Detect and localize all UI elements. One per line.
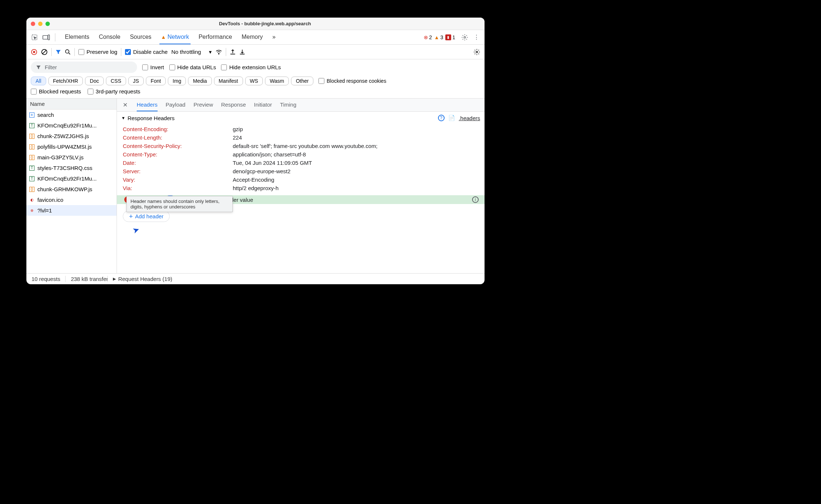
request-list-item[interactable]: ◐favicon.ico xyxy=(26,194,117,205)
blocked-cookies-checkbox[interactable]: Blocked response cookies xyxy=(319,78,386,84)
download-icon[interactable] xyxy=(239,49,245,55)
request-headers-section[interactable]: ▶Request Headers (19) xyxy=(108,276,177,282)
tab-preview[interactable]: Preview xyxy=(194,99,213,111)
third-party-requests-checkbox[interactable]: 3rd-party requests xyxy=(88,88,140,94)
window-close-button[interactable] xyxy=(31,22,35,26)
svg-rect-5 xyxy=(33,51,35,53)
clear-icon[interactable] xyxy=(41,49,48,55)
response-headers-section[interactable]: ▼ Response Headers ? 📄 .headers xyxy=(117,112,485,124)
warning-icon: ▲ xyxy=(434,34,439,40)
wifi-icon[interactable] xyxy=(216,49,222,55)
request-list-item[interactable]: {}chunk-Z5WZJGHS.js xyxy=(26,131,117,141)
disable-cache-checkbox[interactable]: Disable cache xyxy=(125,49,167,55)
filter-toggle-icon[interactable] xyxy=(55,49,61,55)
titlebar: DevTools - bubble-jingle.web.app/search xyxy=(26,18,485,30)
filter-input[interactable]: Filter xyxy=(31,62,137,73)
tab-console[interactable]: Console xyxy=(97,30,122,44)
chip-manifest[interactable]: Manifest xyxy=(214,77,243,85)
request-list-item[interactable]: {}polyfills-UPW4ZMSI.js xyxy=(26,141,117,152)
warning-count: 3 xyxy=(440,34,443,40)
chip-wasm[interactable]: Wasm xyxy=(265,77,289,85)
record-icon[interactable] xyxy=(31,49,37,55)
chip-font[interactable]: Font xyxy=(146,77,166,85)
name-column-header[interactable]: Name xyxy=(26,99,117,110)
file-type-icon: ◐ xyxy=(29,197,34,203)
tab-more[interactable]: » xyxy=(271,30,277,44)
header-name: Date: xyxy=(123,160,233,166)
chip-css[interactable]: CSS xyxy=(106,77,126,85)
request-list-item[interactable]: {}main-G3PZY5LV.js xyxy=(26,152,117,163)
header-row: Vary:Accept-Encoding xyxy=(123,175,485,184)
tab-response[interactable]: Response xyxy=(221,99,246,111)
headers-source-link[interactable]: .headers xyxy=(459,115,480,121)
svg-point-3 xyxy=(464,36,466,38)
kebab-menu-icon[interactable]: ⋮ xyxy=(471,32,482,42)
add-header-button[interactable]: +Add header xyxy=(123,211,170,222)
device-toggle-icon[interactable] xyxy=(41,32,51,42)
settings-icon[interactable] xyxy=(460,32,470,42)
header-value: default-src 'self'; frame-src youtube.co… xyxy=(233,143,378,149)
chip-media[interactable]: Media xyxy=(188,77,211,85)
detail-tabs: ✕ Headers Payload Preview Response Initi… xyxy=(117,99,485,112)
invert-checkbox[interactable]: Invert xyxy=(142,64,164,70)
window-title: DevTools - bubble-jingle.web.app/search xyxy=(50,21,480,26)
header-name: Via: xyxy=(123,185,233,191)
throttling-select[interactable]: No throttling▾ xyxy=(171,49,212,55)
hide-data-urls-checkbox[interactable]: Hide data URLs xyxy=(169,64,216,70)
tab-sources[interactable]: Sources xyxy=(128,30,153,44)
tab-headers[interactable]: Headers xyxy=(137,99,158,111)
request-list-item[interactable]: ≡search xyxy=(26,110,117,120)
window-minimize-button[interactable] xyxy=(38,22,43,26)
search-icon[interactable] xyxy=(65,49,71,55)
chip-ws[interactable]: WS xyxy=(245,77,263,85)
help-icon[interactable]: ? xyxy=(438,115,445,121)
inspect-icon[interactable] xyxy=(29,32,40,42)
file-icon: 📄 xyxy=(448,115,455,121)
header-value: http/2 edgeproxy-h xyxy=(233,185,279,191)
blocked-requests-checkbox[interactable]: Blocked requests xyxy=(31,88,81,94)
transfer-size: 238 kB transferred xyxy=(66,276,108,282)
svg-point-8 xyxy=(66,49,69,53)
chip-all[interactable]: All xyxy=(31,77,46,85)
request-list-item[interactable]: TKFOmCnqEu92Fr1Mu... xyxy=(26,120,117,131)
upload-icon[interactable] xyxy=(230,49,236,55)
panel-settings-icon[interactable] xyxy=(474,49,480,55)
svg-rect-1 xyxy=(43,36,48,39)
request-list-item[interactable]: ⊗?lvl=1 xyxy=(26,205,117,216)
tab-payload[interactable]: Payload xyxy=(166,99,185,111)
section-title: Response Headers xyxy=(128,115,174,121)
chip-js[interactable]: JS xyxy=(128,77,144,85)
info-icon[interactable]: i xyxy=(472,196,479,203)
tab-network[interactable]: ▲Network xyxy=(159,30,191,44)
tab-performance[interactable]: Performance xyxy=(197,30,234,44)
file-type-icon: {} xyxy=(29,187,34,192)
request-name: search xyxy=(37,112,54,118)
tab-initiator[interactable]: Initiator xyxy=(254,99,272,111)
close-icon[interactable]: ✕ xyxy=(121,101,129,108)
header-name: Content-Length: xyxy=(123,134,233,141)
file-type-icon: T xyxy=(29,123,34,128)
hide-extension-urls-checkbox[interactable]: Hide extension URLs xyxy=(221,64,281,70)
request-list-item[interactable]: Tstyles-T73CSHRQ.css xyxy=(26,163,117,173)
request-list-item[interactable]: TKFOmCnqEu92Fr1Mu... xyxy=(26,173,117,184)
request-list-sidebar: Name ≡searchTKFOmCnqEu92Fr1Mu...{}chunk-… xyxy=(26,99,117,273)
file-type-icon: {} xyxy=(29,134,34,139)
file-type-icon: T xyxy=(29,166,34,171)
window-fullscreen-button[interactable] xyxy=(45,22,50,26)
chip-img[interactable]: Img xyxy=(168,77,186,85)
main-tab-strip: Elements Console Sources ▲Network Perfor… xyxy=(26,30,485,45)
tab-elements[interactable]: Elements xyxy=(63,30,91,44)
network-toolbar: Preserve log Disable cache No throttling… xyxy=(26,45,485,59)
chip-doc[interactable]: Doc xyxy=(85,77,104,85)
header-value: deno/gcp-europe-west2 xyxy=(233,168,291,174)
chip-fetch-xhr[interactable]: Fetch/XHR xyxy=(48,77,83,85)
tab-timing[interactable]: Timing xyxy=(280,99,296,111)
request-list-item[interactable]: {}chunk-GRHMKOWP.js xyxy=(26,184,117,194)
header-name: Content-Type: xyxy=(123,151,233,158)
violation-icon: ▮ xyxy=(445,34,451,40)
preserve-log-checkbox[interactable]: Preserve log xyxy=(78,49,117,55)
chip-other[interactable]: Other xyxy=(291,77,313,85)
file-type-icon: ≡ xyxy=(29,112,34,118)
header-row: Content-Type:application/json; charset=u… xyxy=(123,150,485,159)
tab-memory[interactable]: Memory xyxy=(240,30,264,44)
